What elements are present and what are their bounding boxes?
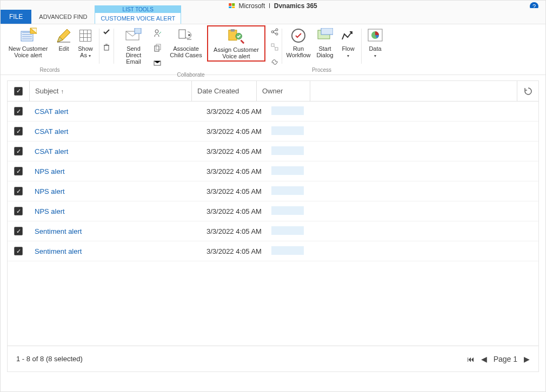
- pager: ⏮ ◀ Page 1 ▶: [467, 355, 530, 363]
- row-subject-link[interactable]: CSAT alert: [29, 147, 201, 156]
- svg-rect-14: [231, 29, 235, 32]
- svg-point-18: [276, 33, 278, 35]
- row-checkbox[interactable]: ✓: [8, 147, 29, 156]
- dialog-icon: [316, 27, 334, 44]
- row-owner: [266, 246, 320, 256]
- row-checkbox[interactable]: ✓: [8, 247, 29, 255]
- new-record-icon: [19, 27, 37, 44]
- table-row[interactable]: ✓Sentiment alert3/3/2022 4:05 AM: [8, 221, 538, 241]
- svg-rect-8: [155, 46, 159, 51]
- pager-prev-button[interactable]: ◀: [481, 355, 487, 363]
- row-subject-link[interactable]: NPS alert: [29, 167, 201, 175]
- row-checkbox[interactable]: ✓: [8, 167, 29, 175]
- row-date: 3/3/2022 4:05 AM: [201, 147, 266, 156]
- svg-point-17: [276, 29, 278, 31]
- show-as-icon: [77, 27, 94, 44]
- email-icon: [125, 27, 142, 44]
- pager-next-button[interactable]: ▶: [524, 355, 530, 363]
- workflow-icon: [290, 27, 307, 44]
- table-row[interactable]: ✓NPS alert3/3/2022 4:05 AM: [8, 181, 538, 201]
- column-date-created[interactable]: Date Created: [191, 81, 256, 101]
- row-checkbox[interactable]: ✓: [8, 107, 29, 116]
- row-date: 3/3/2022 4:05 AM: [201, 247, 266, 255]
- ribbon-mini-group-3: [268, 24, 282, 75]
- app-header: Microsoft | Dynamics 365: [1, 1, 545, 8]
- ribbon-group-process: Run Workflow Start Dialog Flow▾ Process: [282, 24, 361, 75]
- tab-advanced-find[interactable]: ADVANCED FIND: [31, 10, 95, 24]
- assign-alert-icon: [228, 28, 245, 45]
- ribbon-group-data: Data▾: [362, 24, 389, 75]
- row-checkbox[interactable]: ✓: [8, 227, 29, 235]
- flow-icon: [339, 27, 357, 44]
- share-icon[interactable]: [269, 26, 280, 37]
- row-owner: [266, 206, 320, 217]
- svg-rect-3: [80, 30, 91, 42]
- svg-rect-20: [275, 48, 278, 50]
- row-subject-link[interactable]: CSAT alert: [29, 127, 201, 136]
- row-subject-link[interactable]: NPS alert: [29, 187, 201, 195]
- content-area: ✓ Subject ↑ Date Created Owner ✓CSAT ale…: [1, 75, 545, 372]
- svg-rect-9: [156, 44, 161, 50]
- refresh-button[interactable]: [517, 81, 538, 101]
- column-subject[interactable]: Subject ↑: [29, 81, 191, 101]
- grid-header: ✓ Subject ↑ Date Created Owner: [8, 81, 538, 102]
- approve-icon[interactable]: [101, 26, 112, 37]
- edit-icon: [55, 27, 72, 44]
- flow-button[interactable]: Flow▾: [337, 25, 359, 60]
- svg-rect-6: [135, 28, 141, 33]
- tab-file[interactable]: FILE: [1, 10, 31, 24]
- table-row[interactable]: ✓Sentiment alert3/3/2022 4:05 AM: [8, 241, 538, 261]
- row-owner: [266, 146, 320, 157]
- caret-down-icon: ▾: [89, 53, 91, 58]
- email-link-icon[interactable]: [152, 58, 163, 69]
- table-row[interactable]: ✓CSAT alert3/3/2022 4:05 AM: [8, 102, 538, 121]
- row-date: 3/3/2022 4:05 AM: [201, 107, 266, 116]
- grid-status: 1 - 8 of 8 (8 selected): [16, 355, 83, 363]
- table-row[interactable]: ✓CSAT alert3/3/2022 4:05 AM: [8, 141, 538, 161]
- send-direct-email-button[interactable]: Send Direct Email: [116, 25, 151, 66]
- row-date: 3/3/2022 4:05 AM: [201, 207, 266, 215]
- assign-user-icon[interactable]: [152, 28, 163, 38]
- row-subject-link[interactable]: Sentiment alert: [29, 227, 201, 235]
- row-date: 3/3/2022 4:05 AM: [201, 167, 266, 175]
- tab-customer-voice-alert[interactable]: LIST TOOLS CUSTOMER VOICE ALERT: [95, 5, 181, 24]
- data-button[interactable]: Data▾: [364, 25, 387, 60]
- ribbon-group-records: New Customer Voice alert Edit Show As ▾ …: [1, 24, 99, 75]
- svg-rect-11: [179, 30, 185, 38]
- table-row[interactable]: ✓CSAT alert3/3/2022 4:05 AM: [8, 121, 538, 141]
- column-owner[interactable]: Owner: [256, 81, 310, 101]
- row-subject-link[interactable]: Sentiment alert: [29, 247, 201, 255]
- row-checkbox[interactable]: ✓: [8, 207, 29, 215]
- table-row[interactable]: ✓NPS alert3/3/2022 4:05 AM: [8, 161, 538, 181]
- sort-asc-icon: ↑: [61, 88, 64, 94]
- delete-icon[interactable]: [101, 42, 112, 52]
- row-subject-link[interactable]: NPS alert: [29, 207, 201, 215]
- svg-rect-23: [321, 28, 333, 35]
- run-workflow-button[interactable]: Run Workflow: [284, 25, 312, 59]
- pager-page-label: Page 1: [494, 355, 517, 363]
- new-customer-voice-alert-button[interactable]: New Customer Voice alert: [3, 25, 54, 59]
- row-owner: [266, 166, 320, 177]
- show-as-button[interactable]: Show As ▾: [74, 25, 97, 60]
- row-owner: [266, 106, 320, 117]
- select-all-checkbox[interactable]: ✓: [8, 81, 29, 101]
- associate-child-cases-button[interactable]: Associate Child Cases: [165, 25, 207, 59]
- start-dialog-button[interactable]: Start Dialog: [312, 25, 337, 59]
- tab-list-tools-super: LIST TOOLS: [95, 6, 181, 13]
- connect-icon[interactable]: [269, 42, 280, 52]
- link-icon[interactable]: [269, 57, 280, 67]
- row-owner: [266, 186, 320, 197]
- table-row[interactable]: ✓NPS alert3/3/2022 4:05 AM: [8, 201, 538, 221]
- ribbon-mini-group-2: [151, 25, 165, 71]
- caret-down-icon: ▾: [374, 53, 376, 58]
- refresh-icon: [523, 86, 533, 96]
- copy-link-icon[interactable]: [152, 43, 163, 53]
- row-subject-link[interactable]: CSAT alert: [29, 107, 201, 116]
- assign-customer-voice-alert-button[interactable]: Assign Customer Voice alert: [207, 25, 265, 62]
- edit-button[interactable]: Edit: [54, 25, 74, 53]
- row-checkbox[interactable]: ✓: [8, 127, 29, 136]
- svg-rect-19: [271, 44, 274, 46]
- pager-first-button[interactable]: ⏮: [467, 355, 475, 363]
- row-checkbox[interactable]: ✓: [8, 187, 29, 195]
- grid-footer: 1 - 8 of 8 (8 selected) ⏮ ◀ Page 1 ▶: [8, 346, 538, 371]
